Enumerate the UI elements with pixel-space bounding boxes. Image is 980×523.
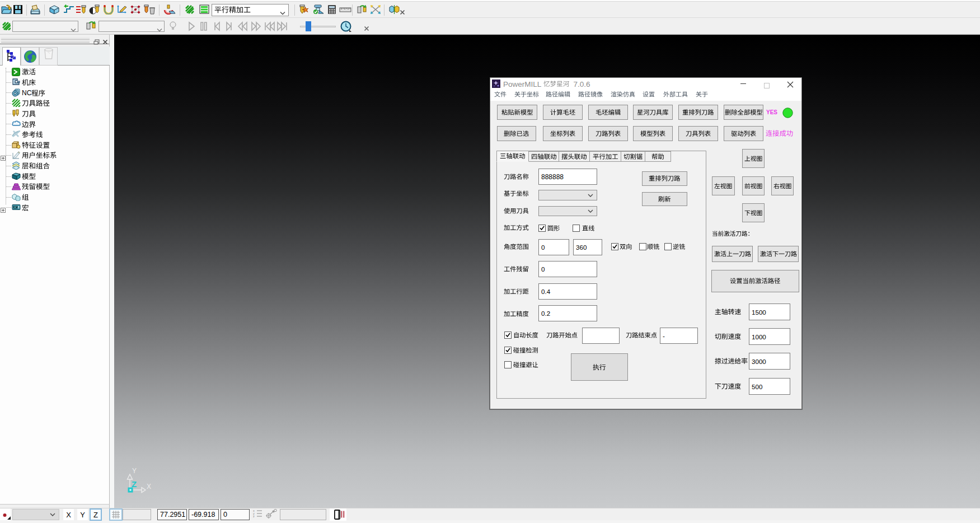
svg-text:X: X [147, 483, 151, 491]
svg-text:Z: Z [132, 479, 137, 489]
svg-text:Y: Y [132, 467, 137, 475]
svg-text:z: z [253, 515, 255, 518]
